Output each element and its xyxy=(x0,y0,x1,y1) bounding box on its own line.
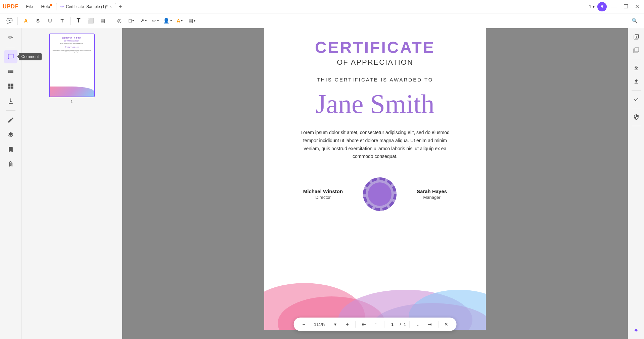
sidebar-sep-2 xyxy=(6,110,15,111)
pc-sep-4 xyxy=(438,321,438,328)
cert-sig1-title: Director xyxy=(315,195,331,200)
title-bar: UPDF File Help ✏ Certificate_Sample (1)*… xyxy=(0,0,644,13)
pdf-page: CERTIFICATE OF APPRECIATION THIS CERTIFI… xyxy=(264,28,486,330)
sidebar-layers-icon[interactable] xyxy=(4,128,17,142)
menu-help[interactable]: Help xyxy=(38,3,54,10)
text-box-btn[interactable]: ⬜ xyxy=(85,15,96,26)
minimize-btn[interactable]: — xyxy=(609,3,619,10)
cert-sig2-title: Manager xyxy=(423,195,440,200)
text-bold-btn[interactable]: T xyxy=(73,15,84,26)
toolbar-sep-1 xyxy=(17,17,18,25)
menu-file[interactable]: File xyxy=(23,3,37,10)
toolbar: 💬 A S U T T ⬜ ▤ ◎ □▾ ↗▾ ✏▾ 👤▾ A▾ ▤▾ 🔍 xyxy=(0,13,644,28)
sidebar-pages-icon[interactable] xyxy=(4,65,17,78)
cert-awarded-line: THIS CERTIFICATE IS AWARDED TO xyxy=(317,77,433,82)
first-page-btn[interactable]: ⇤ xyxy=(359,320,369,329)
sidebar-sep-1 xyxy=(6,47,15,47)
sidebar-bookmark-icon[interactable] xyxy=(4,143,17,156)
maximize-btn[interactable]: ❐ xyxy=(622,3,630,10)
cert-seal-inner xyxy=(368,182,392,206)
app-logo: UPDF xyxy=(3,4,19,10)
text-area-btn[interactable]: ▤ xyxy=(97,15,108,26)
thumb-name: Jane Smith xyxy=(64,45,79,49)
rs-convert-icon[interactable] xyxy=(630,31,642,43)
cert-title: CERTIFICATE xyxy=(315,38,435,57)
sidebar-comment-icon[interactable] xyxy=(4,50,17,63)
thumb-sub: OF APPRECIATION xyxy=(64,40,79,42)
cert-sig-block-1: Michael Winston Director xyxy=(303,188,343,200)
cert-signatories: Michael Winston Director Sarah Hayes Man… xyxy=(303,177,447,211)
sidebar-extract-icon[interactable] xyxy=(4,94,17,108)
eraser-btn[interactable]: ◎ xyxy=(114,15,125,26)
current-page-input[interactable] xyxy=(388,322,397,327)
rs-upload-icon[interactable] xyxy=(630,75,642,88)
comment-tooltip: Comment xyxy=(19,53,42,60)
thumb-lorem: Lorem ipsum dolor sit amet consectetur a… xyxy=(52,50,92,53)
sidebar-edit-icon[interactable]: ✏ xyxy=(4,31,17,44)
next-page-btn[interactable]: ↓ xyxy=(413,320,422,329)
zoom-in-btn[interactable]: + xyxy=(343,320,352,329)
cert-body-text: Lorem ipsum dolor sit amet, consectetur … xyxy=(294,129,456,161)
shapes-btn[interactable]: □▾ xyxy=(126,15,137,26)
page-indicator: 1 ▾ xyxy=(589,4,595,9)
cert-sig1-name: Michael Winston xyxy=(303,188,343,194)
menu-bar: File Help xyxy=(23,3,54,10)
rs-ai-icon[interactable]: ✦ xyxy=(630,324,642,336)
pc-sep-1 xyxy=(356,321,356,328)
zoom-out-btn[interactable]: − xyxy=(299,320,309,329)
thumbnail-item[interactable]: CERTIFICATE OF APPRECIATION THIS CERTIFI… xyxy=(49,34,95,104)
cert-sig2-name: Sarah Hayes xyxy=(417,188,447,194)
pc-sep-3 xyxy=(409,321,410,328)
highlight-btn[interactable]: A xyxy=(20,15,31,26)
thumb-awarded: THIS CERTIFICATE IS AWARDED TO xyxy=(60,43,83,45)
tab-edit-icon: ✏ xyxy=(60,4,64,9)
sidebar-organize-icon[interactable] xyxy=(4,79,17,93)
rs-sep-3 xyxy=(632,108,641,108)
text-btn[interactable]: T xyxy=(57,15,67,26)
toolbar-sep-3 xyxy=(111,17,111,25)
search-btn[interactable]: 🔍 xyxy=(629,15,640,26)
comment-tool-btn[interactable]: 💬 xyxy=(4,15,15,26)
rs-protect-icon[interactable] xyxy=(630,111,642,123)
total-pages: 1 xyxy=(404,322,406,327)
cert-sig-block-2: Sarah Hayes Manager xyxy=(417,188,447,200)
thumbnail-image: CERTIFICATE OF APPRECIATION THIS CERTIFI… xyxy=(49,34,95,97)
left-sidebar: ✏ Comment xyxy=(0,28,21,339)
rs-sep-1 xyxy=(632,59,641,59)
last-page-btn[interactable]: ⇥ xyxy=(425,320,434,329)
pc-sep-2 xyxy=(384,321,384,328)
rs-sep-2 xyxy=(632,90,641,91)
underline-btn[interactable]: U xyxy=(45,15,55,26)
thumbnail-panel: CERTIFICATE OF APPRECIATION THIS CERTIFI… xyxy=(21,28,122,339)
tab-certificate[interactable]: ✏ Certificate_Sample (1)* × xyxy=(56,3,116,10)
tab-add-btn[interactable]: + xyxy=(116,2,125,11)
pen-btn[interactable]: ✏▾ xyxy=(150,15,161,26)
zoom-dropdown-btn[interactable]: ▾ xyxy=(331,320,340,329)
thumb-title: CERTIFICATE xyxy=(62,37,81,39)
sidebar-attachment-icon[interactable] xyxy=(4,158,17,171)
rs-check-icon[interactable] xyxy=(630,93,642,105)
add-user-btn[interactable]: 👤▾ xyxy=(162,15,173,26)
rs-export-icon[interactable] xyxy=(630,62,642,74)
right-sidebar: ✦ xyxy=(628,28,644,339)
sidebar-convert-icon[interactable] xyxy=(4,113,17,127)
cert-seal xyxy=(363,177,397,211)
rs-sep-4 xyxy=(632,126,641,126)
close-controls-btn[interactable]: ✕ xyxy=(442,320,451,329)
thumb-wave xyxy=(50,87,94,97)
strikethrough-btn[interactable]: S xyxy=(33,15,43,26)
tab-label: Certificate_Sample (1)* xyxy=(66,4,107,9)
user-avatar[interactable]: R xyxy=(597,2,607,11)
rs-ocr-icon[interactable] xyxy=(630,44,642,56)
zoom-level-display: 111% xyxy=(311,322,328,327)
pdf-viewer[interactable]: CERTIFICATE OF APPRECIATION THIS CERTIFI… xyxy=(122,28,628,339)
tab-close-btn[interactable]: × xyxy=(109,5,111,9)
close-btn[interactable]: ✕ xyxy=(633,3,641,10)
prev-page-btn[interactable]: ↑ xyxy=(371,320,381,329)
main-area: ✏ Comment xyxy=(0,28,644,339)
tab-bar: ✏ Certificate_Sample (1)* × + xyxy=(56,2,125,11)
arrow-btn[interactable]: ↗▾ xyxy=(138,15,149,26)
color-btn[interactable]: A▾ xyxy=(174,15,185,26)
ruler-btn[interactable]: ▤▾ xyxy=(186,15,197,26)
page-separator: / xyxy=(400,322,401,327)
